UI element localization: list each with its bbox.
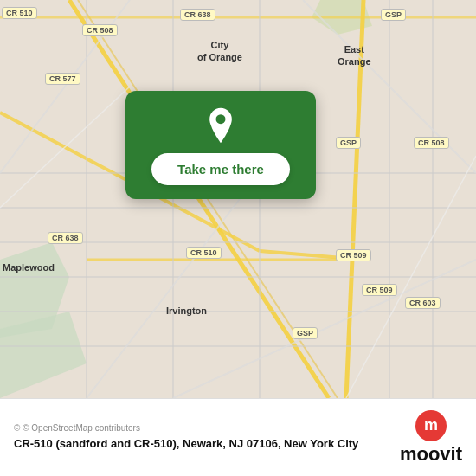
city-label-maplewood: Maplewood bbox=[3, 262, 55, 273]
road-label-cr509-r: CR 509 bbox=[336, 249, 371, 261]
road-label-gsp-mid: GSP bbox=[336, 137, 361, 149]
osm-credit: © © OpenStreetMap contributors bbox=[14, 423, 389, 433]
take-me-there-button[interactable]: Take me there bbox=[151, 153, 290, 185]
svg-point-28 bbox=[216, 114, 226, 124]
city-label-irvington: Irvington bbox=[166, 306, 207, 316]
road-label-cr603: CR 603 bbox=[405, 297, 441, 309]
city-label-east-orange: EastOrange bbox=[338, 43, 371, 68]
location-card: Take me there bbox=[125, 91, 316, 199]
moovit-text: moovit bbox=[400, 443, 462, 466]
moovit-icon: m bbox=[415, 410, 447, 441]
osm-icon: © bbox=[14, 423, 20, 433]
road-label-cr509-r2: CR 509 bbox=[362, 284, 397, 296]
road-label-cr508-top: CR 508 bbox=[82, 24, 118, 36]
road-label-cr638-mid: CR 638 bbox=[48, 232, 83, 244]
road-label-cr577: CR 577 bbox=[45, 73, 80, 85]
app-container: CR 638 GSP CR 508 CR 577 CR 639 GSP CR 5… bbox=[0, 0, 476, 476]
city-label-orange: Cityof Orange bbox=[197, 39, 242, 64]
road-label-cr638-top: CR 638 bbox=[180, 9, 215, 21]
osm-link[interactable]: © OpenStreetMap contributors bbox=[23, 423, 140, 433]
road-label-cr510-mid: CR 510 bbox=[186, 247, 222, 259]
info-bar: © © OpenStreetMap contributors CR-510 (s… bbox=[0, 398, 476, 476]
info-left: © © OpenStreetMap contributors CR-510 (s… bbox=[14, 423, 389, 452]
road-label-gsp-bot: GSP bbox=[293, 327, 318, 339]
road-label-cr508-right: CR 508 bbox=[414, 137, 449, 149]
location-title: CR-510 (sandford and CR-510), Newark, NJ… bbox=[14, 436, 389, 452]
map-area: CR 638 GSP CR 508 CR 577 CR 639 GSP CR 5… bbox=[0, 0, 476, 398]
moovit-logo: m moovit bbox=[400, 410, 462, 466]
pin-icon bbox=[202, 106, 240, 145]
road-label-gsp-top: GSP bbox=[381, 9, 406, 21]
road-label-cr510-left: CR 510 bbox=[2, 7, 37, 19]
